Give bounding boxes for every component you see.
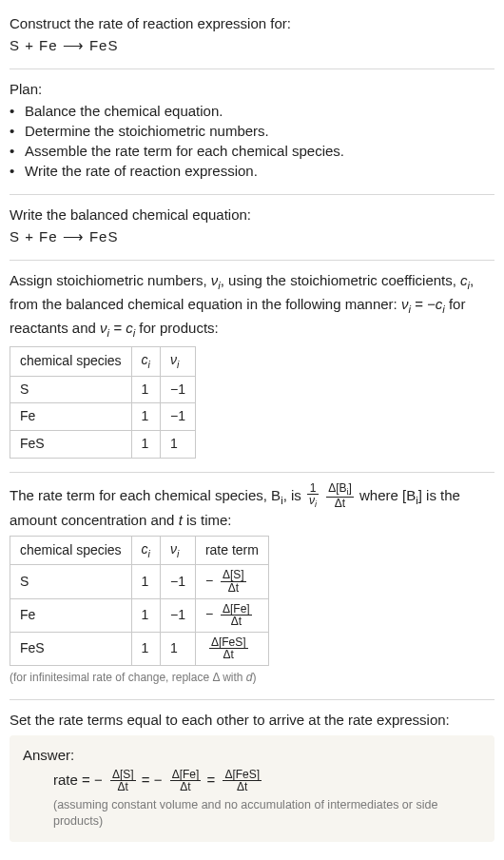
cell-nu: −1	[160, 403, 195, 431]
table-row: S 1 −1 − Δ[S] Δt	[10, 565, 269, 598]
cell-species: S	[10, 565, 132, 598]
plan-item-text: Write the rate of reaction expression.	[25, 161, 258, 181]
rate-terms-section: The rate term for each chemical species,…	[10, 477, 494, 695]
cell-nu: 1	[160, 632, 195, 665]
col-species: chemical species	[10, 536, 132, 564]
table-header-row: chemical species ci νi	[10, 347, 196, 376]
fraction: Δ[S] Δt	[110, 769, 136, 793]
cell-c: 1	[131, 565, 160, 598]
balanced-equation: S + Fe ⟶ FeS	[10, 226, 494, 246]
divider	[10, 68, 494, 69]
plan-item-text: Assemble the rate term for each chemical…	[25, 141, 344, 161]
final-section: Set the rate terms equal to each other t…	[10, 704, 494, 842]
plan-item: • Balance the chemical equation.	[10, 101, 494, 121]
col-species: chemical species	[10, 347, 132, 376]
cell-c: 1	[131, 632, 160, 665]
cell-c: 1	[131, 598, 160, 632]
prompt-title: Construct the rate of reaction expressio…	[10, 13, 494, 33]
stoich-section: Assign stoichiometric numbers, νi, using…	[10, 264, 494, 468]
col-nu: νi	[160, 536, 195, 564]
stoich-table: chemical species ci νi S 1 −1 Fe 1 −1 Fe…	[10, 346, 196, 458]
plan-item: • Determine the stoichiometric numbers.	[10, 121, 494, 141]
plan-item: • Assemble the rate term for each chemic…	[10, 141, 494, 161]
balanced-section: Write the balanced chemical equation: S …	[10, 199, 494, 256]
fraction: Δ[Bi] Δt	[326, 482, 354, 510]
fraction: Δ[S] Δt	[221, 569, 246, 594]
plan-list: • Balance the chemical equation. • Deter…	[10, 101, 494, 181]
final-heading: Set the rate terms equal to each other t…	[10, 710, 494, 730]
prompt-section: Construct the rate of reaction expressio…	[10, 8, 494, 65]
rate-terms-text: The rate term for each chemical species,…	[10, 482, 494, 530]
answer-note: (assuming constant volume and no accumul…	[23, 797, 481, 831]
cell-species: Fe	[10, 403, 132, 431]
fraction: Δ[FeS] Δt	[223, 769, 262, 793]
rate-terms-table: chemical species ci νi rate term S 1 −1 …	[10, 536, 269, 666]
plan-section: Plan: • Balance the chemical equation. •…	[10, 73, 494, 190]
answer-label: Answer:	[23, 745, 481, 765]
cell-species: FeS	[10, 430, 132, 458]
cell-nu: −1	[160, 598, 195, 632]
cell-c: 1	[131, 430, 160, 458]
cell-species: S	[10, 376, 132, 403]
answer-box: Answer: rate = − Δ[S] Δt = − Δ[Fe] Δt = …	[10, 735, 494, 842]
col-c: ci	[131, 347, 160, 376]
fraction: Δ[Fe] Δt	[221, 603, 252, 628]
stoich-text: Assign stoichiometric numbers, νi, using…	[10, 270, 494, 341]
table-row: Fe 1 −1 − Δ[Fe] Δt	[10, 598, 269, 632]
fraction: 1 νi	[307, 482, 319, 510]
cell-rate-term: − Δ[S] Δt	[195, 565, 268, 598]
divider	[10, 472, 494, 473]
balanced-heading: Write the balanced chemical equation:	[10, 205, 494, 225]
cell-nu: −1	[160, 565, 195, 598]
fraction: Δ[Fe] Δt	[170, 769, 202, 793]
divider	[10, 194, 494, 195]
bullet-icon: •	[10, 161, 19, 181]
table-row: S 1 −1	[10, 376, 196, 403]
table-row: Fe 1 −1	[10, 403, 196, 431]
table-row: FeS 1 1	[10, 430, 196, 458]
cell-rate-term: − Δ[Fe] Δt	[195, 598, 268, 632]
plan-heading: Plan:	[10, 79, 494, 99]
rate-terms-footnote: (for infinitesimal rate of change, repla…	[10, 670, 494, 686]
col-nu: νi	[160, 347, 195, 376]
cell-c: 1	[131, 403, 160, 431]
cell-nu: −1	[160, 376, 195, 403]
bullet-icon: •	[10, 101, 19, 121]
plan-item: • Write the rate of reaction expression.	[10, 161, 494, 181]
bullet-icon: •	[10, 141, 19, 161]
col-term: rate term	[195, 536, 268, 564]
cell-c: 1	[131, 376, 160, 403]
prompt-equation: S + Fe ⟶ FeS	[10, 35, 494, 55]
bullet-icon: •	[10, 121, 19, 141]
answer-expression: rate = − Δ[S] Δt = − Δ[Fe] Δt = Δ[FeS] Δ…	[23, 769, 481, 793]
fraction: Δ[FeS] Δt	[209, 636, 248, 661]
col-c: ci	[131, 536, 160, 564]
table-header-row: chemical species ci νi rate term	[10, 536, 269, 564]
table-row: FeS 1 1 Δ[FeS] Δt	[10, 632, 269, 665]
cell-species: FeS	[10, 632, 132, 665]
cell-nu: 1	[160, 430, 195, 458]
divider	[10, 699, 494, 700]
cell-rate-term: Δ[FeS] Δt	[195, 632, 268, 665]
divider	[10, 260, 494, 261]
cell-species: Fe	[10, 598, 132, 632]
plan-item-text: Determine the stoichiometric numbers.	[25, 121, 269, 141]
plan-item-text: Balance the chemical equation.	[25, 101, 223, 121]
